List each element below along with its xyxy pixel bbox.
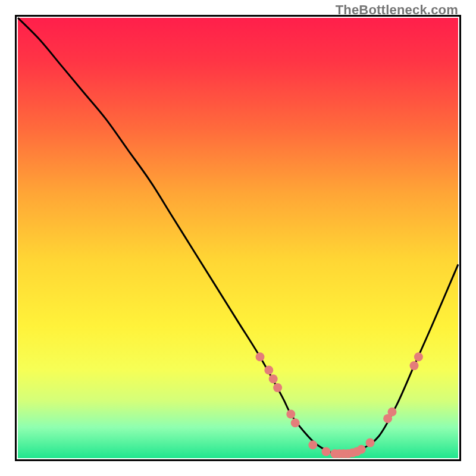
curve-marker	[388, 408, 397, 416]
curve-marker	[286, 410, 295, 419]
plot-background	[18, 18, 458, 458]
curve-marker	[410, 361, 419, 370]
curve-marker	[308, 440, 317, 449]
curve-marker	[357, 445, 366, 454]
curve-marker	[414, 352, 423, 361]
curve-marker	[264, 366, 273, 375]
chart-svg	[15, 15, 461, 461]
curve-marker	[269, 374, 278, 383]
chart-frame	[15, 15, 461, 461]
curve-marker	[322, 447, 331, 456]
curve-marker	[366, 439, 375, 447]
curve-marker	[291, 418, 300, 427]
curve-marker	[256, 352, 265, 361]
curve-marker	[273, 383, 282, 392]
